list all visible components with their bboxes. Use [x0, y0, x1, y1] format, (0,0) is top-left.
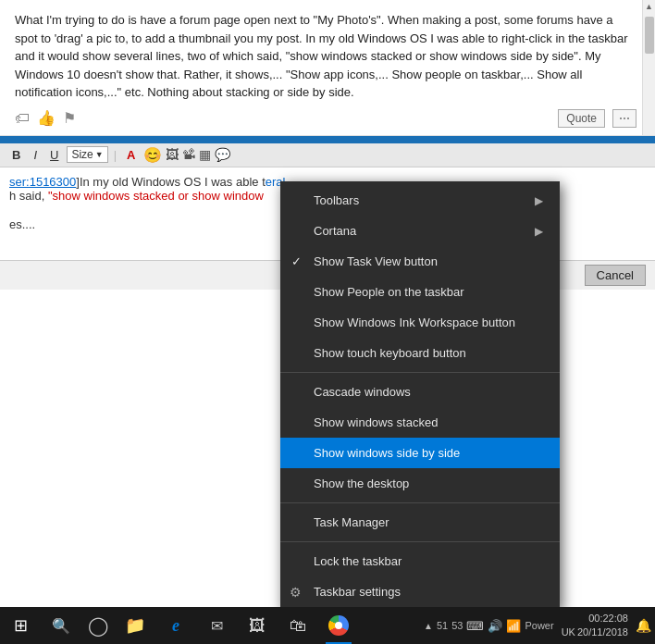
scroll-up-arrow[interactable]: ▲: [645, 2, 653, 11]
taskbar-edge[interactable]: e: [155, 607, 196, 644]
post-action-bar: 🏷 👍 ⚑ Quote ⋯: [15, 109, 636, 128]
taskbar-mail[interactable]: ✉: [196, 607, 237, 644]
flag-icon[interactable]: ⚑: [63, 109, 76, 127]
menu-item-taskbar-settings[interactable]: ⚙ Taskbar settings: [280, 576, 560, 607]
menu-item-task-manager[interactable]: Task Manager: [280, 507, 560, 538]
start-button[interactable]: ⊞: [0, 607, 41, 644]
post-text: What I'm trying to do is have a forum pa…: [15, 11, 636, 102]
tag-icon[interactable]: 🏷: [15, 110, 30, 127]
page-scrollbar[interactable]: ▲: [642, 0, 655, 135]
taskbar: ⊞ 🔍 ◯ 📁 e ✉ 🖼 🛍 ▲ 51 53 ⌨ 🔊 📶 Power 00:2…: [0, 607, 655, 644]
volume-icon[interactable]: 🔊: [488, 619, 502, 633]
menu-divider-1: [280, 372, 560, 373]
check-icon: ✓: [291, 254, 302, 268]
taskbar-icons: 🔍 ◯ 📁 e ✉ 🖼 🛍: [41, 607, 420, 644]
taskbar-search[interactable]: 🔍: [41, 607, 81, 644]
menu-item-stacked[interactable]: Show windows stacked: [280, 407, 560, 438]
wifi-icon[interactable]: 📶: [506, 619, 521, 633]
context-menu: Toolbars ▶ Cortana ▶ ✓ Show Task View bu…: [280, 181, 560, 611]
menu-item-cortana[interactable]: Cortana ▶: [280, 216, 560, 246]
post-area: What I'm trying to do is have a forum pa…: [0, 0, 655, 136]
menu-item-cascade[interactable]: Cascade windows: [280, 377, 560, 407]
menu-item-lock-taskbar[interactable]: Lock the taskbar: [280, 546, 560, 576]
tray-expand-icon[interactable]: ▲: [424, 621, 433, 631]
taskbar-chrome[interactable]: [318, 607, 359, 644]
tray-badge-51: 51: [437, 620, 448, 631]
quote-toolbar-icon[interactable]: 💬: [215, 147, 230, 162]
menu-divider-2: [280, 502, 560, 503]
taskbar-cortana[interactable]: ◯: [81, 607, 115, 644]
table-icon[interactable]: ▦: [199, 147, 211, 162]
scrollbar-thumb[interactable]: [645, 17, 654, 54]
menu-item-task-view[interactable]: ✓ Show Task View button: [280, 246, 560, 277]
keyboard-icon[interactable]: ⌨: [466, 619, 484, 633]
media-icon[interactable]: 📽: [182, 147, 195, 162]
underline-button[interactable]: U: [45, 147, 63, 163]
italic-button[interactable]: I: [29, 147, 42, 163]
editor-toolbar: B I U Size▼ | A 😊 🖼 📽 ▦ 💬: [0, 143, 655, 167]
emoji-icon[interactable]: 😊: [143, 146, 162, 164]
taskbar-file-explorer[interactable]: 📁: [115, 607, 155, 644]
clock[interactable]: 00:22:08 UK 20/11/2018: [558, 612, 632, 640]
bold-button[interactable]: B: [7, 147, 25, 163]
image-icon[interactable]: 🖼: [166, 147, 179, 162]
tray-badge-53: 53: [451, 620, 463, 631]
menu-item-side-by-side[interactable]: Show windows side by side: [280, 438, 560, 468]
menu-item-touch-keyboard[interactable]: Show touch keyboard button: [280, 338, 560, 368]
system-tray: ▲ 51 53 ⌨ 🔊 📶 Power 00:22:08 UK 20/11/20…: [420, 612, 655, 640]
blue-bar: [0, 136, 655, 143]
more-button[interactable]: ⋯: [612, 109, 636, 128]
taskbar-store[interactable]: 🛍: [278, 607, 318, 644]
toolbar-separator: |: [114, 148, 117, 162]
notification-icon[interactable]: 🔔: [636, 618, 651, 633]
menu-item-people[interactable]: Show People on the taskbar: [280, 277, 560, 307]
gear-icon: ⚙: [290, 585, 302, 600]
taskbar-photos[interactable]: 🖼: [237, 607, 278, 644]
size-select[interactable]: Size▼: [67, 146, 107, 163]
arrow-icon: ▶: [535, 225, 543, 238]
font-color-button[interactable]: A: [122, 147, 140, 163]
cancel-button[interactable]: Cancel: [585, 265, 646, 286]
power-icon[interactable]: Power: [525, 620, 553, 631]
thumbsup-icon[interactable]: 👍: [37, 109, 56, 127]
menu-item-ink[interactable]: Show Windows Ink Workspace button: [280, 307, 560, 338]
arrow-icon: ▶: [535, 194, 543, 207]
menu-divider-3: [280, 541, 560, 542]
menu-item-toolbars[interactable]: Toolbars ▶: [280, 185, 560, 216]
menu-item-desktop[interactable]: Show the desktop: [280, 468, 560, 499]
quote-button[interactable]: Quote: [558, 109, 605, 128]
